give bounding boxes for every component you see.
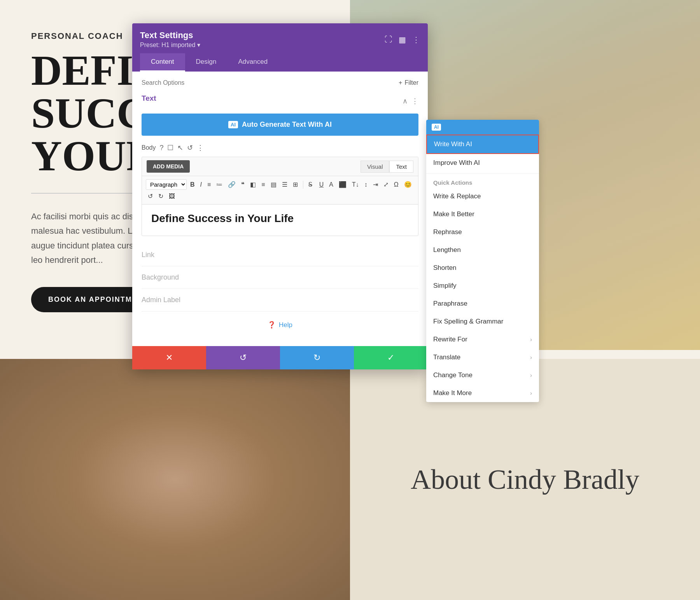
write-with-ai-button[interactable]: Write With AI [426,135,539,154]
more-options-icon[interactable]: ⋮ [412,35,420,44]
ai-generate-label: Auto Generate Text With AI [242,121,332,129]
special-char-button[interactable]: Ω [392,180,401,189]
change-tone-label: Change Tone [433,371,472,379]
modal-header-icons: ⛶ ▦ ⋮ [385,35,420,44]
tab-design[interactable]: Design [185,53,228,72]
text-settings-modal: Text Settings Preset: H1 imported ▾ ⛶ ▦ … [132,23,428,369]
columns-icon[interactable]: ▦ [399,35,406,44]
collapse-icon[interactable]: ∧ [402,97,408,105]
make-it-more-label: Make It More [433,389,472,397]
fullscreen-icon[interactable]: ⛶ [385,35,392,44]
add-media-button[interactable]: ADD MEDIA [147,160,190,173]
body-toolbar: Body ? ☐ ↖ ↺ ⋮ [142,143,418,152]
rewrite-for-label: Rewrite For [433,336,467,343]
redo-editor-button[interactable]: ↻ [156,191,165,201]
ai-header-badge: AI [432,124,441,131]
extra-button[interactable]: 🖼 [167,192,177,201]
filter-label: Filter [404,79,418,86]
change-tone-button[interactable]: Change Tone › [426,366,539,384]
translate-chevron: › [530,354,532,360]
ai-generate-button[interactable]: AI Auto Generate Text With AI [142,114,418,136]
cancel-button[interactable]: ✕ [132,346,206,369]
rewrite-for-button[interactable]: Rewrite For › [426,331,539,348]
shorten-button[interactable]: Shorten [426,259,539,277]
modal-body: + Filter Text ∧ ⋮ AI Auto Generate Text … [132,72,428,346]
save-button[interactable]: ✓ [354,346,428,369]
link-button[interactable]: 🔗 [226,180,238,189]
indent-button[interactable]: ⇥ [371,180,380,189]
lengthen-button[interactable]: Lengthen [426,241,539,259]
editor-heading: Define Success in Your Life [151,212,409,225]
paraphrase-button[interactable]: Paraphrase [426,295,539,313]
make-it-better-button[interactable]: Make It Better [426,205,539,223]
rephrase-button[interactable]: Rephrase [426,223,539,241]
fix-spelling-label: Fix Spelling & Grammar [433,318,503,325]
modal-header: Text Settings Preset: H1 imported ▾ ⛶ ▦ … [132,23,428,72]
undo-button[interactable]: ↺ [206,346,280,369]
lengthen-label: Lengthen [433,246,461,254]
fix-spelling-button[interactable]: Fix Spelling & Grammar [426,313,539,331]
subscript-button[interactable]: T↓ [350,180,361,189]
search-input[interactable] [142,79,399,86]
highlight-button[interactable]: ⬛ [337,180,348,189]
ai-divider-1 [426,173,539,174]
tab-content[interactable]: Content [140,53,185,72]
modal-title: Text Settings [140,30,200,40]
undo-icon[interactable]: ↺ [187,143,193,152]
rephrase-label: Rephrase [433,228,462,236]
make-it-more-chevron: › [530,390,532,396]
help-label: Help [279,321,292,329]
filter-button[interactable]: + Filter [399,79,418,86]
undo-editor-button[interactable]: ↺ [146,191,155,201]
admin-label-field[interactable]: Admin Label [142,289,418,311]
make-it-better-label: Make It Better [433,210,474,218]
line-height-button[interactable]: ↕ [362,180,369,189]
redo-button[interactable]: ↻ [280,346,354,369]
more-icon[interactable]: ⋮ [197,143,204,152]
ordered-list-button[interactable]: ≔ [214,180,224,189]
emoji-button[interactable]: 😊 [402,180,414,189]
view-tab-text[interactable]: Text [389,161,413,173]
section-menu-icon[interactable]: ⋮ [411,97,418,105]
justify-button[interactable]: ☰ [280,180,289,189]
fullscreen-editor-button[interactable]: ⤢ [382,180,390,189]
help-row[interactable]: ❓ Help [142,311,418,338]
improve-with-ai-label: Improve With AI [433,159,480,167]
write-replace-button[interactable]: Write & Replace [426,187,539,205]
write-with-ai-label: Write With AI [434,140,472,148]
link-field[interactable]: Link [142,244,418,266]
cursor-icon[interactable]: ↖ [177,143,183,152]
body-label: Body [142,144,156,151]
underline-button[interactable]: U [317,180,326,189]
ai-dropdown-header: AI [426,120,539,135]
simplify-button[interactable]: Simplify [426,277,539,295]
write-replace-label: Write & Replace [433,192,481,200]
align-center-button[interactable]: ≡ [259,180,267,189]
help-circle-icon: ❓ [268,321,276,329]
unordered-list-button[interactable]: ≡ [205,180,213,189]
bold-button[interactable]: B [188,180,197,189]
align-left-button[interactable]: ◧ [248,180,258,189]
help-icon[interactable]: ? [159,144,163,152]
toolbar-separator-1 [303,181,303,189]
improve-with-ai-button[interactable]: Improve With AI [426,154,539,172]
tab-advanced[interactable]: Advanced [227,53,278,72]
paragraph-select[interactable]: Paragraph Heading 1 Heading 2 [146,179,187,190]
ai-badge: AI [228,121,238,128]
background-field[interactable]: Background [142,266,418,289]
strikethrough-button[interactable]: S̶ [306,180,314,189]
quote-button[interactable]: ❝ [239,180,247,189]
format-toolbar: Paragraph Heading 1 Heading 2 B I ≡ ≔ 🔗 … [142,176,418,205]
view-tab-visual[interactable]: Visual [360,161,390,173]
make-it-more-button[interactable]: Make It More › [426,384,539,402]
table-button[interactable]: ⊞ [291,180,300,189]
italic-button[interactable]: I [198,180,204,189]
text-color-button[interactable]: A [327,180,335,189]
modal-title-group: Text Settings Preset: H1 imported ▾ [140,30,200,49]
filter-icon: + [399,79,402,86]
align-right-button[interactable]: ▤ [269,180,278,189]
modal-preset[interactable]: Preset: H1 imported ▾ [140,41,200,49]
mobile-icon[interactable]: ☐ [167,143,173,152]
translate-button[interactable]: Translate › [426,348,539,366]
editor-content[interactable]: Define Success in Your Life [142,205,418,236]
